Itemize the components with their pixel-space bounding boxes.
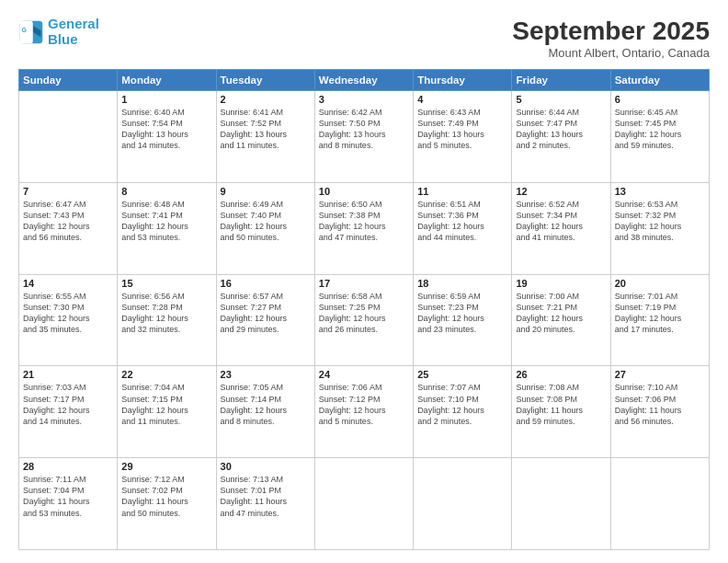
calendar-cell: 7Sunrise: 6:47 AMSunset: 7:43 PMDaylight… (19, 182, 118, 274)
calendar-cell: 8Sunrise: 6:48 AMSunset: 7:41 PMDaylight… (118, 182, 216, 274)
cell-info: Sunrise: 7:11 AMSunset: 7:04 PMDaylight:… (23, 474, 113, 519)
cell-info: Sunrise: 6:52 AMSunset: 7:34 PMDaylight:… (516, 199, 606, 244)
calendar-cell (19, 91, 118, 183)
calendar-cell: 22Sunrise: 7:04 AMSunset: 7:15 PMDayligh… (118, 366, 216, 458)
calendar-cell: 3Sunrise: 6:42 AMSunset: 7:50 PMDaylight… (314, 91, 413, 183)
calendar-cell: 14Sunrise: 6:55 AMSunset: 7:30 PMDayligh… (19, 274, 118, 366)
calendar-header-row: SundayMondayTuesdayWednesdayThursdayFrid… (19, 70, 710, 91)
day-number: 5 (516, 94, 606, 105)
day-number: 15 (121, 278, 211, 289)
day-number: 3 (319, 94, 409, 105)
cell-info: Sunrise: 7:05 AMSunset: 7:14 PMDaylight:… (221, 382, 311, 427)
calendar-cell: 17Sunrise: 6:58 AMSunset: 7:25 PMDayligh… (314, 274, 413, 366)
cell-info: Sunrise: 6:44 AMSunset: 7:47 PMDaylight:… (516, 107, 606, 152)
week-row-3: 14Sunrise: 6:55 AMSunset: 7:30 PMDayligh… (19, 274, 710, 366)
cell-info: Sunrise: 6:40 AMSunset: 7:54 PMDaylight:… (121, 107, 211, 152)
calendar-cell: 16Sunrise: 6:57 AMSunset: 7:27 PMDayligh… (216, 274, 314, 366)
week-row-5: 28Sunrise: 7:11 AMSunset: 7:04 PMDayligh… (19, 458, 710, 550)
cell-info: Sunrise: 6:50 AMSunset: 7:38 PMDaylight:… (319, 199, 409, 244)
cell-info: Sunrise: 6:56 AMSunset: 7:28 PMDaylight:… (121, 291, 211, 336)
day-number: 6 (615, 94, 705, 105)
calendar-cell (610, 458, 709, 550)
day-number: 8 (121, 186, 211, 197)
day-number: 7 (23, 186, 113, 197)
calendar-cell: 11Sunrise: 6:51 AMSunset: 7:36 PMDayligh… (414, 182, 512, 274)
logo-icon: G (18, 19, 44, 45)
cell-info: Sunrise: 7:10 AMSunset: 7:06 PMDaylight:… (615, 382, 705, 427)
cell-info: Sunrise: 6:55 AMSunset: 7:30 PMDaylight:… (23, 291, 113, 336)
cell-info: Sunrise: 7:03 AMSunset: 7:17 PMDaylight:… (23, 382, 113, 427)
cell-info: Sunrise: 6:51 AMSunset: 7:36 PMDaylight:… (417, 199, 507, 244)
title-block: September 2025 Mount Albert, Ontario, Ca… (512, 17, 710, 60)
day-number: 30 (221, 461, 311, 472)
day-number: 28 (23, 461, 113, 472)
calendar-cell: 27Sunrise: 7:10 AMSunset: 7:06 PMDayligh… (610, 366, 709, 458)
cell-info: Sunrise: 6:41 AMSunset: 7:52 PMDaylight:… (221, 107, 311, 152)
day-number: 27 (615, 369, 705, 380)
calendar-cell: 15Sunrise: 6:56 AMSunset: 7:28 PMDayligh… (118, 274, 216, 366)
day-header-sunday: Sunday (19, 70, 118, 91)
calendar-cell: 9Sunrise: 6:49 AMSunset: 7:40 PMDaylight… (216, 182, 314, 274)
cell-info: Sunrise: 6:53 AMSunset: 7:32 PMDaylight:… (615, 199, 705, 244)
day-number: 26 (516, 369, 606, 380)
day-number: 25 (417, 369, 507, 380)
logo-text: General Blue (48, 17, 99, 47)
page: G General Blue September 2025 Mount Albe… (0, 0, 728, 563)
cell-info: Sunrise: 7:07 AMSunset: 7:10 PMDaylight:… (417, 382, 507, 427)
calendar-cell: 21Sunrise: 7:03 AMSunset: 7:17 PMDayligh… (19, 366, 118, 458)
cell-info: Sunrise: 6:49 AMSunset: 7:40 PMDaylight:… (221, 199, 311, 244)
cell-info: Sunrise: 7:12 AMSunset: 7:02 PMDaylight:… (121, 474, 211, 519)
calendar-cell: 26Sunrise: 7:08 AMSunset: 7:08 PMDayligh… (512, 366, 610, 458)
calendar-cell: 25Sunrise: 7:07 AMSunset: 7:10 PMDayligh… (414, 366, 512, 458)
calendar-cell: 30Sunrise: 7:13 AMSunset: 7:01 PMDayligh… (216, 458, 314, 550)
calendar-cell: 10Sunrise: 6:50 AMSunset: 7:38 PMDayligh… (314, 182, 413, 274)
cell-info: Sunrise: 6:58 AMSunset: 7:25 PMDaylight:… (319, 291, 409, 336)
calendar-cell: 18Sunrise: 6:59 AMSunset: 7:23 PMDayligh… (414, 274, 512, 366)
day-number: 12 (516, 186, 606, 197)
calendar-cell: 24Sunrise: 7:06 AMSunset: 7:12 PMDayligh… (314, 366, 413, 458)
day-number: 20 (615, 278, 705, 289)
day-number: 11 (417, 186, 507, 197)
cell-info: Sunrise: 7:08 AMSunset: 7:08 PMDaylight:… (516, 382, 606, 427)
day-header-friday: Friday (512, 70, 610, 91)
calendar-cell: 4Sunrise: 6:43 AMSunset: 7:49 PMDaylight… (414, 91, 512, 183)
cell-info: Sunrise: 6:42 AMSunset: 7:50 PMDaylight:… (319, 107, 409, 152)
cell-info: Sunrise: 7:13 AMSunset: 7:01 PMDaylight:… (221, 474, 311, 519)
calendar-cell (512, 458, 610, 550)
calendar-cell: 6Sunrise: 6:45 AMSunset: 7:45 PMDaylight… (610, 91, 709, 183)
day-number: 29 (121, 461, 211, 472)
calendar-cell: 12Sunrise: 6:52 AMSunset: 7:34 PMDayligh… (512, 182, 610, 274)
day-number: 9 (221, 186, 311, 197)
calendar-cell: 1Sunrise: 6:40 AMSunset: 7:54 PMDaylight… (118, 91, 216, 183)
cell-info: Sunrise: 6:47 AMSunset: 7:43 PMDaylight:… (23, 199, 113, 244)
logo: G General Blue (18, 17, 99, 47)
day-number: 19 (516, 278, 606, 289)
calendar-table: SundayMondayTuesdayWednesdayThursdayFrid… (18, 69, 710, 550)
day-number: 17 (319, 278, 409, 289)
calendar-cell: 20Sunrise: 7:01 AMSunset: 7:19 PMDayligh… (610, 274, 709, 366)
week-row-4: 21Sunrise: 7:03 AMSunset: 7:17 PMDayligh… (19, 366, 710, 458)
day-number: 2 (221, 94, 311, 105)
calendar-cell: 2Sunrise: 6:41 AMSunset: 7:52 PMDaylight… (216, 91, 314, 183)
day-header-tuesday: Tuesday (216, 70, 314, 91)
calendar-cell: 29Sunrise: 7:12 AMSunset: 7:02 PMDayligh… (118, 458, 216, 550)
day-number: 24 (319, 369, 409, 380)
sub-title: Mount Albert, Ontario, Canada (512, 46, 710, 60)
cell-info: Sunrise: 7:00 AMSunset: 7:21 PMDaylight:… (516, 291, 606, 336)
week-row-2: 7Sunrise: 6:47 AMSunset: 7:43 PMDaylight… (19, 182, 710, 274)
calendar-cell (414, 458, 512, 550)
header: G General Blue September 2025 Mount Albe… (18, 17, 710, 60)
day-number: 18 (417, 278, 507, 289)
day-header-monday: Monday (118, 70, 216, 91)
day-number: 14 (23, 278, 113, 289)
day-number: 16 (221, 278, 311, 289)
day-number: 23 (221, 369, 311, 380)
cell-info: Sunrise: 6:57 AMSunset: 7:27 PMDaylight:… (221, 291, 311, 336)
calendar-cell: 28Sunrise: 7:11 AMSunset: 7:04 PMDayligh… (19, 458, 118, 550)
day-number: 10 (319, 186, 409, 197)
week-row-1: 1Sunrise: 6:40 AMSunset: 7:54 PMDaylight… (19, 91, 710, 183)
day-header-saturday: Saturday (610, 70, 709, 91)
day-number: 4 (417, 94, 507, 105)
calendar-cell (314, 458, 413, 550)
cell-info: Sunrise: 6:59 AMSunset: 7:23 PMDaylight:… (417, 291, 507, 336)
